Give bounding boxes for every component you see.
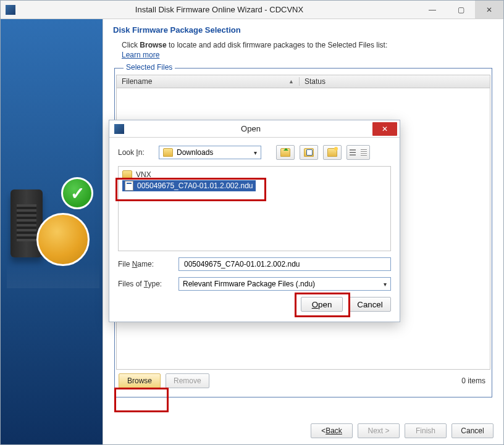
checkmark-icon: ✓ [61, 177, 93, 209]
main-window: Install Disk Firmware Online Wizard - CD… [0, 0, 504, 445]
file-name-input[interactable] [183, 259, 387, 269]
sort-asc-icon: ▲ [288, 78, 294, 85]
browse-button[interactable]: Browse [119, 373, 161, 388]
left-art: ✓ [7, 177, 97, 282]
column-status-label: Status [304, 77, 326, 86]
new-folder-button[interactable] [323, 145, 342, 160]
close-button[interactable]: ✕ [475, 1, 503, 19]
column-filename[interactable]: Filename ▲ [117, 77, 300, 86]
group-label: Selected Files [124, 63, 175, 72]
dialog-body: Look In: Downloads ▾ [109, 138, 400, 318]
up-folder-icon [280, 148, 290, 157]
look-in-select[interactable]: Downloads ▾ [159, 146, 261, 159]
group-footer: Browse Remove 0 items [119, 373, 487, 388]
cancel-button[interactable]: Cancel [452, 423, 494, 438]
intro-bold-word: Browse [140, 41, 166, 49]
folder-icon [122, 170, 132, 179]
minimize-button[interactable]: — [418, 1, 447, 19]
file-list[interactable]: VNX 005049675_C7A0-01.01.2.002.ndu [118, 166, 391, 251]
look-in-label: Look In: [118, 148, 154, 157]
page-title: Disk Firmware Package Selection [113, 25, 494, 35]
dialog-close-button[interactable]: ✕ [372, 122, 397, 136]
home-folder-icon [304, 148, 314, 157]
next-label: Next > [368, 426, 389, 435]
look-in-value: Downloads [177, 148, 213, 157]
file-name-label: File Name: [118, 260, 172, 268]
titlebar: Install Disk Firmware Online Wizard - CD… [1, 1, 503, 19]
files-of-type-value: Relevant Firmware Package Files (.ndu) [183, 280, 315, 288]
chevron-down-icon: ▾ [254, 149, 257, 156]
intro-text: Click Browse to locate and add disk firm… [122, 41, 494, 49]
finish-button: Finish [405, 423, 447, 438]
chevron-down-icon: ▾ [384, 281, 387, 288]
maximize-button[interactable]: ▢ [447, 1, 475, 19]
back-button[interactable]: < Back [311, 423, 353, 438]
window-buttons: — ▢ ✕ [418, 1, 503, 19]
open-button[interactable]: Open [301, 297, 343, 312]
files-of-type-select[interactable]: Relevant Firmware Package Files (.ndu) ▾ [178, 277, 391, 291]
finish-label: Finish [416, 426, 435, 435]
list-view-icon [347, 146, 358, 159]
file-icon [125, 181, 133, 191]
dialog-cancel-button[interactable]: Cancel [349, 297, 391, 312]
wizard-buttons: < Back Next > Finish Cancel [311, 423, 494, 438]
learn-more-link[interactable]: Learn more [122, 51, 159, 59]
view-toggle[interactable] [346, 145, 370, 160]
files-of-type-label: Files of Type: [118, 280, 172, 288]
left-decorative-pane: ✓ [1, 19, 103, 444]
window-title: Install Disk Firmware Online Wizard - CD… [20, 5, 418, 14]
orange-circle-icon [36, 213, 90, 266]
dialog-titlebar: Open ✕ [109, 120, 400, 138]
intro-prefix: Click [122, 41, 140, 49]
items-count: 0 items [461, 376, 485, 385]
folder-icon [163, 148, 173, 157]
folder-row[interactable]: VNX [122, 169, 387, 180]
open-label: Open [312, 300, 332, 309]
app-icon [6, 5, 15, 15]
column-filename-label: Filename [122, 77, 152, 86]
next-button: Next > [358, 423, 400, 438]
file-row-selected[interactable]: 005049675_C7A0-01.01.2.002.ndu [122, 180, 256, 191]
open-dialog: Open ✕ Look In: Downloads ▾ [109, 120, 400, 322]
table-header: Filename ▲ Status [116, 75, 490, 88]
folder-label: VNX [136, 170, 151, 179]
dialog-title: Open [129, 124, 372, 133]
dialog-icon [114, 124, 124, 134]
reflection [7, 264, 99, 288]
home-button[interactable] [300, 145, 318, 160]
back-label: Back [326, 426, 342, 435]
intro-suffix: to locate and add disk firmware packages… [167, 41, 388, 49]
column-status[interactable]: Status [300, 77, 490, 86]
up-one-level-button[interactable] [276, 145, 295, 160]
remove-button: Remove [166, 373, 209, 388]
details-view-icon [358, 146, 369, 159]
file-label: 005049675_C7A0-01.01.2.002.ndu [137, 181, 253, 190]
file-name-input-wrap [178, 257, 391, 271]
new-folder-icon [327, 148, 337, 157]
